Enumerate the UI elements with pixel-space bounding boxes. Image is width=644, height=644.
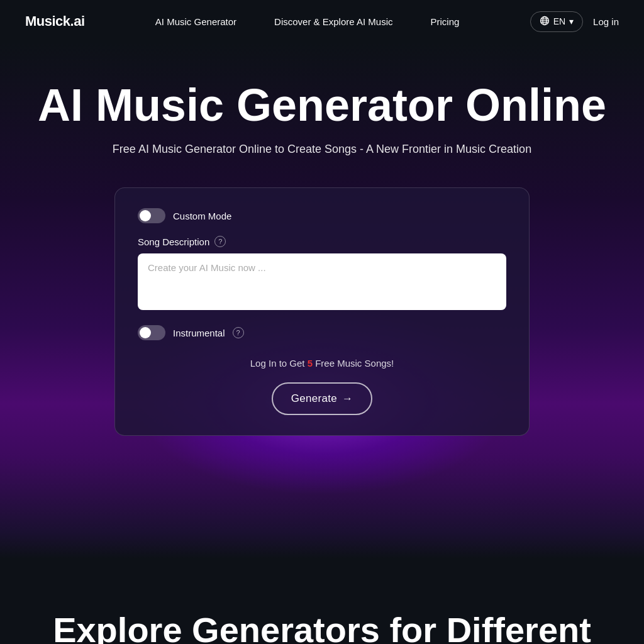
nav-right: EN ▾ Log in: [530, 11, 619, 32]
song-description-wrapper: [138, 253, 506, 313]
song-description-help-icon[interactable]: ?: [214, 236, 226, 247]
login-prompt-suffix: Free Music Songs!: [313, 358, 394, 369]
hero-subtitle: Free AI Music Generator Online to Create…: [113, 143, 531, 156]
generate-button[interactable]: Generate →: [272, 382, 372, 415]
hero-title: AI Music Generator Online: [38, 80, 606, 130]
chevron-down-icon: ▾: [569, 16, 574, 26]
nav-pricing[interactable]: Pricing: [430, 16, 459, 27]
instrumental-toggle[interactable]: [138, 325, 165, 340]
instrumental-label: Instrumental: [173, 328, 225, 338]
explore-title-line1: Explore Generators for Different: [53, 610, 591, 644]
login-prompt-prefix: Log In to Get: [250, 358, 308, 369]
arrow-right-icon: →: [342, 392, 353, 405]
language-selector[interactable]: EN ▾: [530, 11, 583, 32]
explore-title: Explore Generators for Different Music G…: [25, 609, 619, 644]
song-description-input[interactable]: [138, 253, 506, 310]
custom-mode-label: Custom Mode: [173, 211, 231, 221]
custom-mode-row: Custom Mode: [138, 208, 506, 223]
nav-ai-music-generator[interactable]: AI Music Generator: [155, 16, 236, 27]
navbar: Musick.ai AI Music Generator Discover & …: [0, 0, 644, 43]
globe-icon: [540, 16, 550, 28]
song-description-label-row: Song Description ?: [138, 236, 506, 247]
nav-discover-explore[interactable]: Discover & Explore AI Music: [274, 16, 392, 27]
generator-card: Custom Mode Song Description ? Instrumen…: [114, 187, 530, 436]
generate-label: Generate: [291, 392, 337, 405]
site-logo[interactable]: Musick.ai: [25, 13, 85, 30]
explore-section: Explore Generators for Different Music G…: [0, 558, 644, 644]
song-description-label: Song Description: [138, 236, 209, 247]
nav-links: AI Music Generator Discover & Explore AI…: [155, 16, 459, 27]
login-button[interactable]: Log in: [593, 16, 619, 27]
custom-mode-toggle[interactable]: [138, 208, 165, 223]
hero-section: AI Music Generator Online Free AI Music …: [0, 43, 644, 558]
instrumental-help-icon[interactable]: ?: [233, 327, 244, 338]
login-prompt: Log In to Get 5 Free Music Songs!: [138, 358, 506, 369]
lang-label: EN: [553, 16, 565, 26]
instrumental-row: Instrumental ?: [138, 325, 506, 340]
free-songs-count: 5: [308, 358, 313, 369]
